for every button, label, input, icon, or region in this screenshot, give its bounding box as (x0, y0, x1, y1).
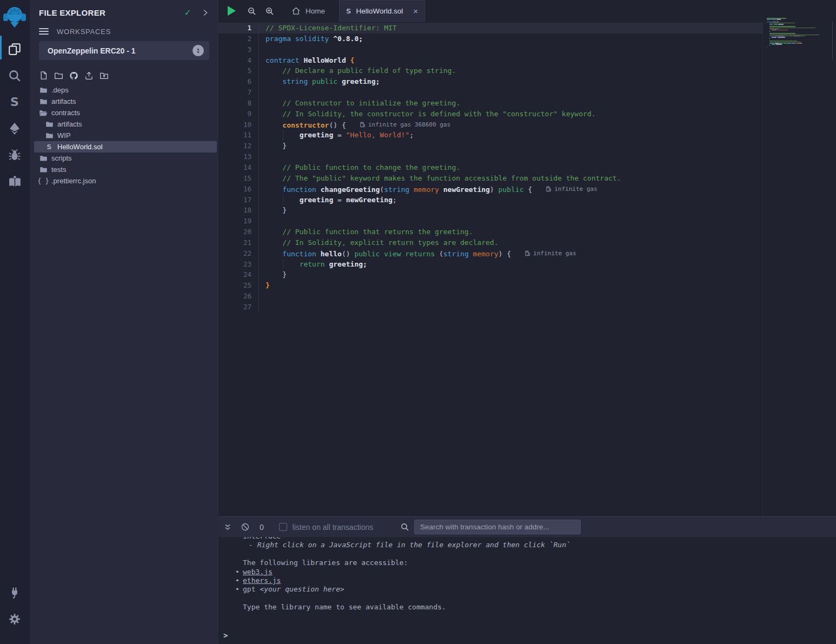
close-tab-icon[interactable]: × (413, 6, 418, 16)
workspaces-menu-icon[interactable] (39, 26, 49, 36)
code-line[interactable]: 23 return greeting; (218, 259, 762, 270)
chevron-right-icon[interactable] (201, 9, 209, 17)
code-line[interactable]: 24 } (218, 269, 762, 280)
minimap[interactable] (767, 18, 833, 50)
code-line[interactable]: 4contract HelloWorld { (218, 55, 762, 66)
terminal-output: interface- Right click on a JavaScript f… (218, 537, 836, 644)
code-line[interactable]: 21 // In Solidity, explicit return types… (218, 237, 762, 248)
deploy-run-icon[interactable] (7, 121, 22, 136)
expand-terminal-icon[interactable] (223, 523, 232, 532)
code-line[interactable]: 2pragma solidity ^0.8.0; (218, 34, 762, 44)
line-content: pragma solidity ^0.8.0; (258, 34, 762, 44)
line-number: 13 (218, 151, 258, 162)
tab-helloworld-sol[interactable]: S HelloWorld.sol × (339, 0, 425, 22)
search-icon[interactable] (7, 68, 22, 83)
line-number: 9 (218, 109, 258, 119)
file-tree-item[interactable]: { }.prettierrc.json (34, 175, 217, 187)
line-number: 27 (218, 302, 258, 313)
file-explorer-panel: FILE EXPLORER ✓ WORKSPACES OpenZeppelin … (30, 0, 218, 644)
line-number: 25 (218, 280, 258, 291)
listen-transactions-label[interactable]: listen on all transactions (293, 523, 373, 532)
code-line[interactable]: 19 (218, 216, 762, 227)
line-content (258, 216, 762, 227)
line-number: 2 (218, 34, 258, 44)
listen-transactions-checkbox[interactable] (279, 523, 287, 531)
file-tree-item[interactable]: WIP (34, 130, 217, 141)
code-line[interactable]: 3 (218, 44, 762, 55)
workspace-select[interactable]: OpenZeppelin ERC20 - 1 ▲▼ (39, 41, 209, 60)
code-line[interactable]: 22 function hello() public view returns … (218, 248, 762, 259)
clone-github-icon[interactable] (69, 71, 78, 80)
terminal-line: •ethers.js (218, 576, 836, 585)
line-content: // Declare a public field of type string… (258, 65, 762, 76)
line-content: // Public function that returns the gree… (258, 227, 762, 237)
library-link[interactable]: ethers.js (243, 576, 281, 585)
file-name: .deps (51, 86, 69, 94)
file-explorer-icon[interactable] (7, 42, 22, 57)
code-line[interactable]: 8 // Constructor to initialize the greet… (218, 98, 762, 109)
line-content: string public greeting; (258, 76, 762, 87)
code-line[interactable]: 27 (218, 302, 762, 313)
file-tree-item[interactable]: tests (34, 164, 217, 175)
code-line[interactable]: 9 // In Solidity, the constructor is def… (218, 109, 762, 119)
terminal-prompt[interactable]: > (223, 631, 228, 640)
code-line[interactable]: 6 string public greeting; (218, 76, 762, 87)
settings-gear-icon[interactable] (7, 612, 22, 627)
code-line[interactable]: 7 (218, 87, 762, 98)
folder-icon (39, 86, 48, 94)
code-line[interactable]: 20 // Public function that returns the g… (218, 227, 762, 237)
upload-folder-icon[interactable] (99, 71, 109, 80)
clear-console-icon[interactable] (241, 522, 250, 532)
zoom-out-icon[interactable] (247, 6, 256, 16)
solidity-compiler-icon[interactable]: S (7, 95, 22, 110)
json-icon: { } (39, 177, 48, 185)
file-tree-item[interactable]: artifacts (34, 118, 217, 130)
code-editor: Home S HelloWorld.sol × 1// SPDX-License… (218, 0, 836, 516)
check-icon[interactable]: ✓ (184, 8, 191, 18)
home-icon (291, 6, 301, 16)
code-line[interactable]: 5 // Declare a public field of type stri… (218, 65, 762, 76)
learneth-icon[interactable] (7, 174, 22, 189)
code-line[interactable]: 13 (218, 151, 762, 162)
code-line[interactable]: 11 greeting = "Hello, World!"; (218, 130, 762, 141)
line-content: // Public function to change the greetin… (258, 162, 762, 173)
line-number: 16 (218, 184, 258, 195)
plugin-manager-icon[interactable] (7, 585, 22, 600)
code-lines[interactable]: 1// SPDX-License-Identifier: MIT2pragma … (218, 23, 762, 313)
tab-home[interactable]: Home (285, 0, 331, 22)
zoom-in-icon[interactable] (265, 6, 274, 16)
terminal-line: •web3.js (218, 568, 836, 576)
line-number: 21 (218, 237, 258, 248)
solidity-icon: S (45, 143, 54, 151)
code-line[interactable]: 14 // Public function to change the gree… (218, 162, 762, 173)
line-number: 6 (218, 76, 258, 87)
line-number: 24 (218, 269, 258, 280)
code-line[interactable]: 17 greeting = newGreeting; (218, 195, 762, 205)
code-line[interactable]: 25} (218, 280, 762, 291)
line-content: constructor() {infinite gas 368600 gas (258, 119, 762, 130)
run-script-button[interactable] (228, 6, 236, 16)
code-line[interactable]: 26 (218, 291, 762, 302)
file-name: WIP (57, 131, 71, 140)
active-plugin-indicator (0, 36, 2, 59)
line-number: 12 (218, 141, 258, 151)
code-line[interactable]: 15 // The "public" keyword makes the fun… (218, 173, 762, 184)
code-line[interactable]: 1// SPDX-License-Identifier: MIT (218, 23, 762, 34)
upload-file-icon[interactable] (84, 71, 94, 80)
file-tree-item[interactable]: contracts (34, 107, 217, 118)
file-tree-item[interactable]: SHelloWorld.sol (34, 141, 217, 152)
folder-icon (45, 120, 54, 128)
debugger-icon[interactable] (7, 148, 22, 163)
code-line[interactable]: 10 constructor() {infinite gas 368600 ga… (218, 119, 762, 130)
folder-icon (45, 131, 54, 140)
code-line[interactable]: 18 } (218, 205, 762, 216)
terminal-search-input[interactable] (414, 520, 581, 534)
file-tree-item[interactable]: artifacts (34, 96, 217, 107)
file-tree-item[interactable]: .deps (34, 84, 217, 96)
new-folder-icon[interactable] (54, 71, 63, 80)
library-link[interactable]: web3.js (243, 568, 273, 576)
code-line[interactable]: 12 } (218, 141, 762, 151)
code-line[interactable]: 16 function changeGreeting(string memory… (218, 184, 762, 195)
new-file-icon[interactable] (39, 71, 48, 80)
file-tree-item[interactable]: scripts (34, 152, 217, 164)
